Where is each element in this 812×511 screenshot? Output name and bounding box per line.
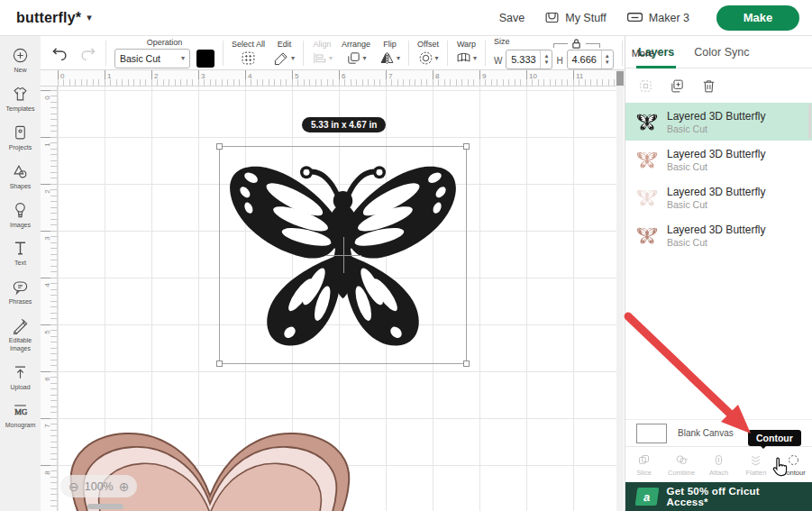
ruler-number: 11 <box>576 72 583 80</box>
select-all-button[interactable]: Select All <box>227 40 269 66</box>
sidebar-item-phrases[interactable]: Phrases <box>0 278 41 306</box>
operation-group: Operation Basic Cut▾ <box>110 38 219 68</box>
cutting-machine-icon <box>626 11 643 24</box>
sidebar-item-projects[interactable]: Projects <box>0 124 41 151</box>
sidebar-item-shapes[interactable]: Shapes <box>0 163 41 190</box>
zoom-in-button[interactable]: ⊕ <box>119 479 130 494</box>
plus-circle-icon <box>12 47 29 64</box>
offset-button[interactable]: Offset ▾ <box>413 40 443 66</box>
selection-bounding-box[interactable] <box>219 146 467 364</box>
size-group: Size W 5.333 ▲▼ H 4.666 ▲▼ <box>489 37 618 69</box>
pink-layered-butterfly-object[interactable] <box>48 429 372 511</box>
lock-aspect-toggle[interactable] <box>553 38 600 49</box>
operation-select[interactable]: Basic Cut▾ <box>114 49 190 68</box>
attach-button[interactable]: Attach <box>700 447 737 482</box>
arrange-button[interactable]: Arrange ▾ <box>337 40 375 66</box>
color-swatch[interactable] <box>196 50 214 68</box>
trash-icon[interactable] <box>701 78 716 94</box>
cricut-access-banner[interactable]: a Get 50% off Cricut Access* <box>625 482 812 511</box>
layer-row[interactable]: Layered 3D Butterfly Basic Cut <box>625 216 812 254</box>
layer-thumbnail-butterfly <box>636 113 658 132</box>
cricut-access-badge: a <box>635 488 659 506</box>
ruler-number: 10 <box>529 72 537 80</box>
ruler-number: 1 <box>43 141 51 150</box>
undo-icon[interactable] <box>51 44 68 61</box>
resize-handle[interactable] <box>216 360 223 367</box>
group-select-icon[interactable] <box>638 78 653 94</box>
text-icon <box>12 240 29 257</box>
chevron-down-icon: ▾ <box>181 54 185 62</box>
height-stepper[interactable]: ▲▼ <box>601 50 613 68</box>
canvas-color-swatch[interactable] <box>636 424 667 443</box>
project-title-chevron-down-icon[interactable]: ▾ <box>87 12 92 23</box>
combine-button[interactable]: Combine <box>662 447 699 482</box>
flatten-button[interactable]: Flatten <box>737 447 774 482</box>
project-card-icon <box>12 124 29 141</box>
chevron-down-icon: ▾ <box>397 54 400 62</box>
make-button[interactable]: Make <box>716 5 799 31</box>
width-stepper[interactable]: ▲▼ <box>540 50 552 68</box>
ruler-number: 3 <box>201 72 205 80</box>
save-button[interactable]: Save <box>499 12 525 24</box>
width-input[interactable]: 5.333 ▲▼ <box>506 50 552 69</box>
combine-icon <box>674 453 689 467</box>
panel-scrollbar[interactable] <box>808 105 811 139</box>
layer-row[interactable]: Layered 3D Butterfly Basic Cut <box>625 141 812 178</box>
sidebar-item-images[interactable]: Images <box>0 202 41 229</box>
divider <box>485 41 486 66</box>
layer-toolbar <box>625 68 812 103</box>
flatten-icon <box>748 453 763 467</box>
layer-thumbnail-butterfly <box>636 188 658 207</box>
slice-button[interactable]: Slice <box>625 447 662 482</box>
duplicate-icon[interactable] <box>670 78 685 94</box>
divider <box>303 41 304 66</box>
sidebar-item-editable-images[interactable]: Editable Images <box>0 317 41 352</box>
ruler-number: 6 <box>342 72 345 80</box>
design-canvas[interactable]: 0 1 2 3 4 5 6 7 8 9 10 11 0 1 2 3 4 5 6 … <box>41 70 625 511</box>
zoom-out-button[interactable]: ⊖ <box>68 479 79 494</box>
sidebar-item-templates[interactable]: Templates <box>0 86 41 113</box>
more-button[interactable]: More▾ <box>626 48 666 59</box>
align-button[interactable]: Align ▾ <box>307 40 337 66</box>
layer-row[interactable]: Layered 3D Butterfly Basic Cut <box>625 103 812 141</box>
my-stuff-button[interactable]: My Stuff <box>544 10 607 25</box>
warp-button[interactable]: Warp ▾ <box>452 40 481 66</box>
upload-icon <box>12 364 29 381</box>
ruler-number: 2 <box>43 187 51 196</box>
tab-color-sync[interactable]: Color Sync <box>694 36 749 68</box>
sidebar-item-monogram[interactable]: MG Monogram <box>0 402 41 429</box>
divider <box>622 41 623 66</box>
sidebar-item-upload[interactable]: Upload <box>0 364 41 391</box>
ruler-number: 9 <box>482 72 486 80</box>
chevron-down-icon: ▾ <box>363 54 367 62</box>
project-title[interactable]: butterfly* <box>16 10 81 26</box>
contour-button[interactable]: Contour <box>775 447 812 482</box>
ruler-number: 1 <box>107 72 111 80</box>
ruler-number: 4 <box>43 281 51 290</box>
flip-button[interactable]: Flip ▾ <box>375 40 405 66</box>
panel-spacer <box>625 254 812 419</box>
select-all-icon <box>241 50 256 66</box>
height-input[interactable]: 4.666 ▲▼ <box>567 50 614 69</box>
scrollbar-thumb[interactable] <box>616 71 624 86</box>
canvas-vertical-scrollbar[interactable] <box>616 70 624 511</box>
layer-list: Layered 3D Butterfly Basic Cut Layered 3… <box>625 103 812 254</box>
sidebar-item-text[interactable]: Text <box>0 240 41 267</box>
monogram-icon: MG <box>12 402 29 419</box>
resize-handle[interactable] <box>463 143 470 150</box>
layer-thumbnail-butterfly <box>636 151 658 169</box>
align-icon <box>312 50 327 66</box>
ruler-number: 0 <box>60 72 64 80</box>
ruler-number: 8 <box>43 469 51 478</box>
ruler-number: 3 <box>43 234 51 243</box>
canvas-horizontal-scrollbar[interactable] <box>87 504 123 509</box>
sidebar-item-new[interactable]: New <box>0 47 41 74</box>
offset-icon <box>418 50 433 66</box>
redo-icon[interactable] <box>79 44 96 61</box>
resize-handle[interactable] <box>463 360 470 367</box>
layer-row[interactable]: Layered 3D Butterfly Basic Cut <box>625 178 812 216</box>
edit-button[interactable]: Edit ▾ <box>269 40 299 66</box>
edit-toolbar: Operation Basic Cut▾ Select All Edit ▾ <box>41 36 625 70</box>
resize-handle[interactable] <box>216 143 223 150</box>
machine-selector[interactable]: Maker 3 <box>626 11 689 24</box>
